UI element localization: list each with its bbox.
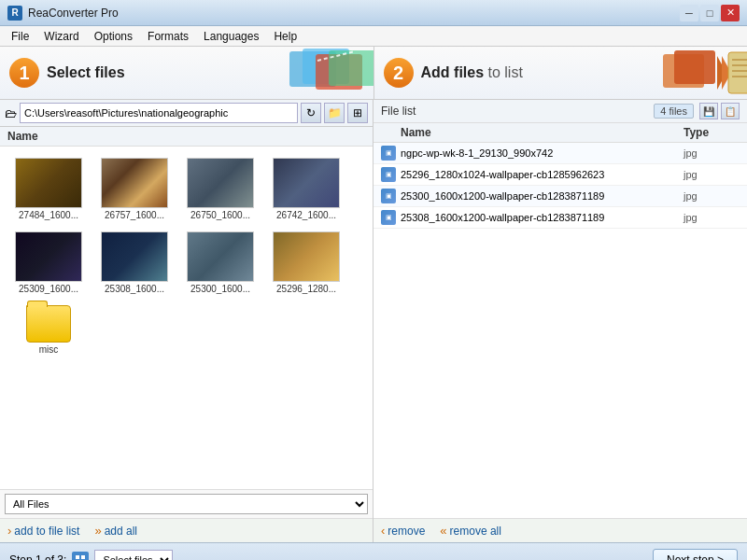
file-type: jpg bbox=[684, 212, 740, 223]
menu-languages[interactable]: Languages bbox=[196, 28, 266, 45]
thumb-label: 25300_1600... bbox=[190, 284, 250, 294]
right-column-header: Name Type bbox=[374, 123, 747, 143]
step1-label: Select files bbox=[47, 64, 125, 81]
svg-rect-14 bbox=[76, 555, 79, 559]
path-input[interactable] bbox=[20, 103, 298, 123]
menu-formats[interactable]: Formats bbox=[140, 28, 196, 45]
step2-decoration-svg bbox=[635, 47, 747, 99]
file-icon: ▣ bbox=[381, 189, 396, 203]
thumb-label: 25296_1280... bbox=[276, 284, 336, 294]
remove-all-arrow-icon: « bbox=[440, 524, 446, 538]
svg-rect-6 bbox=[674, 50, 715, 84]
add-all-button[interactable]: » add all bbox=[94, 524, 137, 538]
thumb-image bbox=[101, 158, 168, 208]
load-list-button[interactable]: 📋 bbox=[721, 103, 740, 119]
step2-label-bold: Add files bbox=[421, 64, 485, 80]
filter-bar: All Files bbox=[0, 489, 373, 518]
svg-rect-3 bbox=[329, 50, 374, 86]
view-toggle-button[interactable]: ⊞ bbox=[347, 103, 368, 123]
right-panel: File list 4 files 💾 📋 Name Type ▣ ngpc-w… bbox=[374, 100, 747, 542]
list-item[interactable]: 25308_1600... bbox=[93, 228, 176, 298]
add-to-list-button[interactable]: › add to file list bbox=[7, 524, 79, 538]
thumb-label: 25309_1600... bbox=[19, 284, 78, 294]
list-item[interactable]: 26757_1600... bbox=[93, 154, 176, 224]
add-all-label: add all bbox=[105, 525, 137, 538]
title-bar: R ReaConverter Pro ─ □ ✕ bbox=[0, 0, 747, 26]
refresh-button[interactable]: ↻ bbox=[301, 103, 321, 123]
step2-number: 2 bbox=[384, 58, 414, 88]
table-row[interactable]: ▣ 25296_1280x1024-wallpaper-cb1285962623… bbox=[374, 164, 747, 186]
list-item[interactable]: 25296_1280... bbox=[265, 228, 347, 298]
thumb-image bbox=[187, 231, 254, 282]
close-button[interactable]: ✕ bbox=[721, 5, 740, 21]
remove-bar: ‹ remove « remove all bbox=[374, 518, 747, 542]
menu-options[interactable]: Options bbox=[87, 28, 140, 45]
left-panel: 🗁 ↻ 📁 ⊞ Name 27484_1600... 26757_1600... bbox=[0, 100, 374, 542]
right-header-icons: 💾 📋 bbox=[699, 103, 740, 119]
add-arrow-icon: › bbox=[7, 524, 11, 538]
thumb-image bbox=[101, 231, 168, 282]
list-item[interactable]: 26750_1600... bbox=[179, 154, 261, 224]
thumb-image bbox=[15, 158, 82, 208]
left-col-name: Name bbox=[7, 130, 365, 143]
menu-file[interactable]: File bbox=[4, 28, 36, 45]
file-type: jpg bbox=[684, 190, 740, 202]
step2-decoration bbox=[635, 47, 747, 99]
step2-label: Add files to list bbox=[421, 64, 523, 81]
add-label: add to file list bbox=[14, 525, 79, 538]
add-all-arrow-icon: » bbox=[94, 524, 101, 538]
menu-bar: File Wizard Options Formats Languages He… bbox=[0, 26, 747, 47]
folder-nav-button[interactable]: 📁 bbox=[324, 103, 345, 123]
thumb-label: 26757_1600... bbox=[105, 210, 164, 220]
maximize-button[interactable]: □ bbox=[700, 5, 719, 21]
file-name: 25296_1280x1024-wallpaper-cb1285962623 bbox=[401, 169, 684, 180]
step1-label-bold: Select files bbox=[47, 64, 125, 80]
step-icon-svg bbox=[75, 554, 86, 561]
step1-decoration bbox=[261, 47, 374, 99]
table-row[interactable]: ▣ 25308_1600x1200-wallpaper-cb1283871189… bbox=[374, 207, 747, 229]
list-item[interactable]: 27484_1600... bbox=[7, 154, 90, 224]
thumb-label: 26742_1600... bbox=[276, 210, 336, 220]
file-name: 25300_1600x1200-wallpaper-cb1283871189 bbox=[401, 190, 684, 202]
remove-arrow-icon: ‹ bbox=[381, 524, 385, 538]
thumb-image bbox=[187, 158, 254, 208]
action-bar: › add to file list » add all bbox=[0, 518, 373, 542]
step-select[interactable]: Select files bbox=[94, 550, 173, 561]
remove-all-button[interactable]: « remove all bbox=[440, 524, 501, 538]
step-indicator: Step 1 of 3: bbox=[9, 553, 66, 561]
file-name: 25308_1600x1200-wallpaper-cb1283871189 bbox=[401, 212, 684, 223]
thumb-image bbox=[15, 231, 82, 282]
path-bar: 🗁 ↻ 📁 ⊞ bbox=[0, 100, 373, 127]
step2-panel: 2 Add files to list bbox=[374, 47, 748, 99]
save-list-button[interactable]: 💾 bbox=[699, 103, 718, 119]
file-name: ngpc-wp-wk-8-1_29130_990x742 bbox=[401, 147, 684, 159]
menu-wizard[interactable]: Wizard bbox=[36, 28, 86, 45]
step1-number: 1 bbox=[9, 58, 39, 88]
table-row[interactable]: ▣ 25300_1600x1200-wallpaper-cb1283871189… bbox=[374, 186, 747, 207]
remove-label: remove bbox=[388, 525, 425, 538]
minimize-button[interactable]: ─ bbox=[680, 5, 698, 21]
left-column-header: Name bbox=[0, 127, 373, 147]
next-step-button[interactable]: Next step > bbox=[653, 549, 738, 561]
remove-button[interactable]: ‹ remove bbox=[381, 524, 425, 538]
step1-decoration-svg bbox=[261, 47, 374, 99]
file-icon: ▣ bbox=[381, 167, 396, 182]
menu-help[interactable]: Help bbox=[266, 28, 304, 45]
list-item[interactable]: 25309_1600... bbox=[7, 228, 90, 298]
file-type: jpg bbox=[684, 169, 740, 180]
list-item[interactable]: 25300_1600... bbox=[179, 228, 261, 298]
folder-label: misc bbox=[39, 344, 59, 355]
folder-small-icon: 🗁 bbox=[5, 106, 17, 120]
list-item[interactable]: 26742_1600... bbox=[265, 154, 347, 224]
bottom-bar: Step 1 of 3: Select files Next step > bbox=[0, 542, 747, 560]
right-file-list: ▣ ngpc-wp-wk-8-1_29130_990x742 jpg ▣ 252… bbox=[374, 143, 747, 518]
svg-rect-9 bbox=[728, 52, 747, 93]
step-selector: Step 1 of 3: Select files bbox=[9, 550, 173, 561]
table-row[interactable]: ▣ ngpc-wp-wk-8-1_29130_990x742 jpg bbox=[374, 143, 747, 164]
step2-label-rest: to list bbox=[484, 64, 523, 80]
list-item[interactable]: misc bbox=[7, 301, 90, 358]
filter-select[interactable]: All Files bbox=[5, 494, 368, 514]
main-content: 🗁 ↻ 📁 ⊞ Name 27484_1600... 26757_1600... bbox=[0, 100, 747, 542]
right-panel-title: File list bbox=[381, 105, 416, 118]
thumb-label: 27484_1600... bbox=[19, 210, 78, 220]
